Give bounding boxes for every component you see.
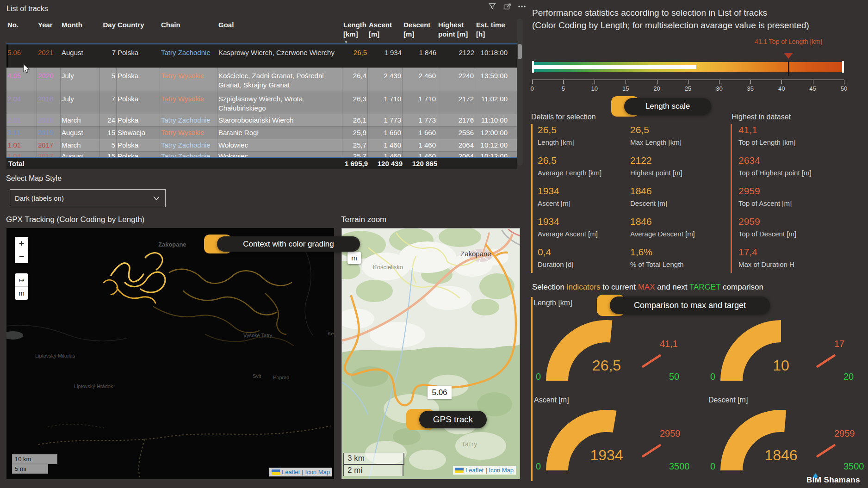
- cell-goal: Kasprowy Wierch, Czerwone Wierchy: [217, 44, 342, 68]
- attribution-divider: |: [485, 466, 487, 474]
- column-header-descent: Descent[m]: [403, 20, 437, 43]
- column-header-month: Month: [61, 20, 100, 43]
- bullet-target-line: [788, 61, 789, 76]
- table-row[interactable]: 2.012018March24PolskaTatry ZachodnieStar…: [6, 114, 517, 126]
- cell-ascent: 2 439: [368, 68, 403, 91]
- column-header-no: No.: [6, 20, 37, 43]
- stat-item: 26,5Max Length [km]: [630, 124, 732, 145]
- map-attribution: Leaflet | Icon Map: [453, 466, 516, 475]
- zoom-in-button[interactable]: +: [15, 237, 28, 250]
- comparison-toggle[interactable]: Comparison to max and target: [597, 297, 770, 314]
- stat-item: 2634Top of Highest point [m]: [738, 155, 812, 175]
- gauge-max: 50: [669, 371, 679, 382]
- highest-heading: Highest in dataset: [732, 113, 791, 121]
- table-row[interactable]: 4.052020July5PolskaTatry WysokieKościele…: [6, 68, 517, 91]
- cell-month: August: [61, 126, 100, 139]
- axis-tick-label: 0: [530, 85, 533, 92]
- axis-tick: [844, 80, 844, 84]
- gauge-target-value: 2959: [660, 428, 681, 439]
- context-color-grading-toggle[interactable]: Context with color grading: [204, 236, 360, 252]
- table-row[interactable]: 3.112019August15SłowacjaTatry WysokieBar…: [6, 126, 517, 139]
- gauge-ascent-label: Ascent [m]: [534, 396, 569, 404]
- stat-item: 26,5Length [km]: [538, 124, 630, 145]
- cell-descent: 1 710: [403, 91, 437, 114]
- cell-day: 5: [100, 139, 117, 151]
- total-length: 1 695,9: [345, 158, 368, 169]
- length-scale-toggle[interactable]: Length scale: [611, 98, 711, 115]
- icon-map-link[interactable]: Icon Map: [489, 466, 514, 474]
- scale-bar-km: 10 km: [12, 454, 57, 464]
- axis-tick: [813, 80, 813, 84]
- map-style-dropdown[interactable]: Dark (labels on): [10, 189, 166, 207]
- focus-mode-icon[interactable]: [502, 2, 512, 11]
- column-header-length[interactable]: Length[km] ▼: [342, 20, 368, 43]
- table-scrollbar-thumb[interactable]: [518, 44, 522, 59]
- gpx-tracks-layer: [6, 228, 334, 479]
- gpx-map-canvas[interactable]: Zakopane Liptovský Mikuláš Liptovský Hrá…: [6, 228, 334, 479]
- table-header: No. Year Month Day Country Chain Goal Le…: [6, 20, 517, 43]
- cell-highest: 2176: [437, 114, 475, 126]
- gps-track-toggle[interactable]: GPS track: [406, 411, 487, 428]
- cell-no: 3.11: [6, 126, 37, 139]
- length-bullet-chart: 41.1 Top of Length [km]: [532, 39, 844, 83]
- bullet-value-bar: [534, 65, 696, 69]
- stat-label: Max of Duration H: [738, 260, 812, 268]
- cell-no: 5.06: [6, 44, 37, 68]
- cell-est-time: 10:12:00: [475, 139, 508, 151]
- toggle-label: Context with color grading: [243, 240, 334, 249]
- stat-label: Top of Descent [m]: [738, 230, 812, 238]
- cell-est-time: 13:59:00: [475, 68, 508, 91]
- measure-button[interactable]: m: [15, 286, 28, 300]
- total-descent: 120 865: [412, 158, 437, 169]
- gauge-min: 0: [536, 371, 541, 382]
- cell-day: 7: [100, 44, 117, 68]
- column-header-goal: Goal: [217, 20, 342, 43]
- more-options-icon[interactable]: [517, 2, 527, 11]
- axis-tick-label: 35: [747, 85, 754, 92]
- gauge-target-value: 41,1: [660, 339, 678, 349]
- stat-item: 26,5Average Length [km]: [538, 155, 630, 175]
- cell-month: March: [61, 139, 100, 151]
- stat-value: 1,6%: [630, 247, 732, 257]
- stat-value: 1934: [538, 216, 630, 227]
- icon-map-link[interactable]: Icon Map: [305, 468, 330, 476]
- cell-highest: 2064: [437, 139, 475, 151]
- table-row[interactable]: 1.012017March5PolskaTatry ZachodnieWołow…: [6, 139, 517, 151]
- table-row[interactable]: 5.062021August7PolskaTatry ZachodnieKasp…: [6, 44, 517, 68]
- fit-bounds-button[interactable]: ↦: [15, 273, 28, 286]
- stat-item: 1,6%% of Total Length: [630, 247, 732, 267]
- details-heading: Details for selection: [531, 113, 596, 121]
- cell-descent: 1 460: [403, 139, 437, 151]
- toggle-label: Comparison to max and target: [634, 301, 746, 310]
- axis-tick-label: 40: [778, 85, 785, 92]
- details-accent-line: [531, 124, 533, 273]
- leaflet-link[interactable]: Leaflet: [282, 468, 300, 476]
- stat-label: Length [km]: [538, 138, 630, 146]
- bullet-annotation: 41.1 Top of Length [km]: [728, 38, 849, 45]
- column-header-day: Day: [100, 20, 117, 43]
- cell-country: Polska: [117, 68, 160, 91]
- cell-chain: Tatry Wysokie: [160, 91, 217, 114]
- leaflet-link[interactable]: Leaflet: [465, 466, 484, 474]
- table-scrollbar[interactable]: [517, 19, 523, 166]
- cell-est-time: 10:18:00: [475, 44, 508, 68]
- cell-chain: Tatry Wysokie: [160, 68, 217, 91]
- axis-tick: [626, 80, 626, 84]
- stat-label: Descent [m]: [630, 199, 732, 207]
- cell-year: 2018: [37, 114, 61, 126]
- axis-tick: [595, 80, 595, 84]
- cell-country: Polska: [117, 114, 160, 126]
- cell-ascent: 1 710: [368, 91, 403, 114]
- column-header-year: Year: [37, 20, 61, 43]
- axis-tick: [532, 80, 533, 84]
- stat-item: 2959Top of Descent [m]: [738, 216, 812, 236]
- zoom-out-button[interactable]: −: [15, 250, 28, 263]
- table-row[interactable]: 2.042018July7PolskaTatry WysokieSzpiglas…: [6, 91, 517, 114]
- measure-button[interactable]: m: [347, 252, 361, 264]
- highest-grid: 41,1Top of Length [km]2634Top of Highest…: [738, 124, 812, 267]
- indicators-title: Selection indicators to current MAX and …: [532, 283, 763, 292]
- terrain-map-canvas[interactable]: Zakopane Kościelisko Tatry m 3 km 2 mi L…: [341, 228, 520, 479]
- stat-item: 1934Average Ascent [m]: [538, 216, 630, 236]
- total-ascent: 120 439: [378, 158, 403, 169]
- filter-icon[interactable]: [488, 2, 497, 11]
